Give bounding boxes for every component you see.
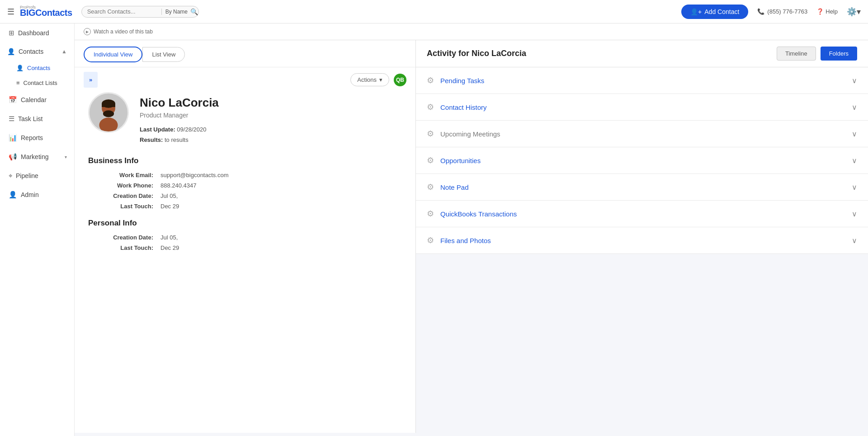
pending-tasks-header[interactable]: ⚙ Pending Tasks ∨ xyxy=(416,67,868,94)
reports-label: Reports xyxy=(21,134,43,141)
personal-creation-date-row: Creation Date: Jul 05, xyxy=(88,234,402,241)
upcoming-meetings-chevron-icon: ∨ xyxy=(852,130,857,138)
list-view-tab[interactable]: List View xyxy=(142,47,185,62)
contact-profile: Nico LaCorcia Product Manager Last Updat… xyxy=(88,92,402,145)
marketing-label: Marketing xyxy=(21,153,48,160)
note-pad-label: Note Pad xyxy=(440,183,852,191)
personal-last-touch-label: Last Touch: xyxy=(88,244,160,251)
sidebar: ⊞ Dashboard 👤 Contacts ▲ 👤 Contacts ≡ Co… xyxy=(0,23,75,436)
actions-button[interactable]: Actions ▾ xyxy=(350,73,389,86)
search-by-name[interactable]: By Name xyxy=(161,9,188,15)
contact-history-label: Contact History xyxy=(440,103,852,111)
help-link[interactable]: ❓ Help xyxy=(816,8,838,15)
contacts-label: Contacts xyxy=(19,48,43,55)
timeline-tab[interactable]: Timeline xyxy=(777,47,816,61)
actions-label: Actions xyxy=(357,76,377,83)
note-pad-gear-icon[interactable]: ⚙ xyxy=(427,182,434,192)
watch-video-link[interactable]: ▶ Watch a video of this tab xyxy=(84,28,153,35)
pending-tasks-section: ⚙ Pending Tasks ∨ xyxy=(416,67,868,94)
sidebar-item-task-list[interactable]: ☰ Task List xyxy=(0,109,74,128)
work-phone-value: 888.240.4347 xyxy=(160,182,197,189)
marketing-expand-icon: ▾ xyxy=(65,155,67,159)
contact-info-section: Nico LaCorcia Product Manager Last Updat… xyxy=(75,92,415,264)
sidebar-collapse-button[interactable]: » xyxy=(84,72,98,88)
sidebar-item-contact-lists[interactable]: ≡ Contact Lists xyxy=(16,75,74,90)
folders-tab[interactable]: Folders xyxy=(821,47,857,61)
calendar-icon: 📅 xyxy=(9,96,17,104)
sidebar-item-dashboard[interactable]: ⊞ Dashboard xyxy=(0,23,74,42)
files-and-photos-header[interactable]: ⚙ Files and Photos ∨ xyxy=(416,227,868,253)
sidebar-item-calendar[interactable]: 📅 Calendar xyxy=(0,90,74,109)
sidebar-item-reports[interactable]: 📊 Reports xyxy=(0,128,74,147)
add-contact-label: Add Contact xyxy=(704,8,739,15)
contact-panel: Individual View List View » Actions ▾ QB xyxy=(75,40,416,433)
quickbooks-transactions-header[interactable]: ⚙ QuickBooks Transactions ∨ xyxy=(416,201,868,227)
quickbooks-icon[interactable]: QB xyxy=(394,74,406,86)
activity-panel: Activity for Nico LaCorcia Timeline Fold… xyxy=(416,40,868,433)
note-pad-section: ⚙ Note Pad ∨ xyxy=(416,174,868,201)
phone-link[interactable]: 📞 (855) 776-7763 xyxy=(757,8,807,15)
opportunities-header[interactable]: ⚙ Opportunities ∨ xyxy=(416,147,868,173)
quickbooks-transactions-label: QuickBooks Transactions xyxy=(440,210,852,218)
sidebar-item-contacts[interactable]: 👤 Contacts xyxy=(16,61,74,75)
watch-video-label: Watch a video of this tab xyxy=(94,28,153,35)
help-label: Help xyxy=(826,8,838,15)
personal-last-touch-value: Dec 29 xyxy=(160,244,179,251)
contacts-sub-icon: 👤 xyxy=(16,65,24,71)
business-info-title: Business Info xyxy=(88,156,402,165)
note-pad-header[interactable]: ⚙ Note Pad ∨ xyxy=(416,174,868,200)
sidebar-item-admin[interactable]: 👤 Admin xyxy=(0,185,74,204)
quickbooks-transactions-gear-icon[interactable]: ⚙ xyxy=(427,209,434,219)
files-and-photos-chevron-icon: ∨ xyxy=(852,236,857,245)
upcoming-meetings-header[interactable]: ⚙ Upcoming Meetings ∨ xyxy=(416,121,868,147)
results-label: Results: xyxy=(140,136,163,143)
contact-history-section: ⚙ Contact History ∨ xyxy=(416,94,868,121)
personal-creation-date-label: Creation Date: xyxy=(88,234,160,241)
last-touch-row: Last Touch: Dec 29 xyxy=(88,203,402,210)
contacts-sub-label: Contacts xyxy=(27,65,50,71)
quickbooks-transactions-chevron-icon: ∨ xyxy=(852,210,857,218)
contact-history-header[interactable]: ⚙ Contact History ∨ xyxy=(416,94,868,120)
main-content: ▶ Watch a video of this tab Individual V… xyxy=(75,23,868,436)
admin-icon: 👤 xyxy=(9,191,17,199)
contact-history-chevron-icon: ∨ xyxy=(852,103,857,112)
activity-title: Activity for Nico LaCorcia xyxy=(427,49,526,58)
files-and-photos-section: ⚙ Files and Photos ∨ xyxy=(416,227,868,254)
search-bar: By Name 🔍 xyxy=(81,6,199,18)
last-touch-label: Last Touch: xyxy=(88,203,160,210)
opportunities-label: Opportunities xyxy=(440,157,852,164)
dashboard-icon: ⊞ xyxy=(9,29,14,37)
search-icon[interactable]: 🔍 xyxy=(190,8,198,15)
sidebar-item-contacts-header[interactable]: 👤 Contacts ▲ xyxy=(0,42,74,61)
search-input[interactable] xyxy=(87,8,160,15)
pipeline-label: Pipeline xyxy=(16,172,38,179)
marketing-icon: 📢 xyxy=(9,153,17,161)
contact-view: Individual View List View » Actions ▾ QB xyxy=(75,40,868,433)
quickbooks-transactions-section: ⚙ QuickBooks Transactions ∨ xyxy=(416,201,868,227)
work-phone-row: Work Phone: 888.240.4347 xyxy=(88,182,402,189)
reports-icon: 📊 xyxy=(9,134,17,142)
calendar-label: Calendar xyxy=(21,96,47,103)
upcoming-meetings-gear-icon[interactable]: ⚙ xyxy=(427,129,434,139)
last-touch-value: Dec 29 xyxy=(160,203,179,210)
upcoming-meetings-section: ⚙ Upcoming Meetings ∨ xyxy=(416,121,868,147)
pending-tasks-chevron-icon: ∨ xyxy=(852,76,857,85)
hamburger-menu-icon[interactable]: ☰ xyxy=(7,7,14,17)
personal-creation-date-value: Jul 05, xyxy=(160,234,178,241)
sidebar-item-marketing[interactable]: 📢 Marketing ▾ xyxy=(0,147,74,166)
add-contact-button[interactable]: 👤+ Add Contact xyxy=(681,5,748,19)
contact-name-block: Nico LaCorcia Product Manager Last Updat… xyxy=(140,92,219,145)
contact-history-gear-icon[interactable]: ⚙ xyxy=(427,102,434,112)
sidebar-item-pipeline[interactable]: ⌖ Pipeline xyxy=(0,166,74,185)
contact-job-title: Product Manager xyxy=(140,112,219,119)
individual-view-tab[interactable]: Individual View xyxy=(84,47,142,62)
note-pad-chevron-icon: ∨ xyxy=(852,183,857,192)
creation-date-value: Jul 05, xyxy=(160,192,178,199)
play-icon: ▶ xyxy=(84,28,91,35)
files-and-photos-gear-icon[interactable]: ⚙ xyxy=(427,235,434,245)
pending-tasks-gear-icon[interactable]: ⚙ xyxy=(427,75,434,85)
settings-button[interactable]: ⚙️▾ xyxy=(847,7,861,17)
opportunities-gear-icon[interactable]: ⚙ xyxy=(427,155,434,165)
contacts-submenu: 👤 Contacts ≡ Contact Lists xyxy=(0,61,74,90)
top-navigation: ☰ ProProfs BIGContacts By Name 🔍 👤+ Add … xyxy=(0,0,868,23)
